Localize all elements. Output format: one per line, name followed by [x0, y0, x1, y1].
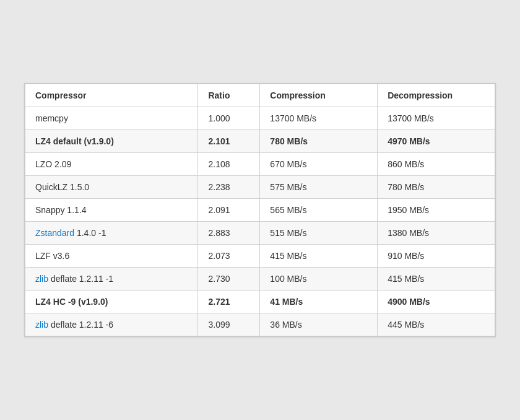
- cell-compressor: Snappy 1.1.4: [25, 199, 198, 222]
- cell-decompression: 1380 MB/s: [378, 222, 495, 245]
- compressor-link[interactable]: zlib: [35, 320, 48, 330]
- cell-ratio: 2.883: [198, 222, 260, 245]
- table-row: LZO 2.092.108670 MB/s860 MB/s: [25, 153, 495, 176]
- cell-ratio: 2.073: [198, 245, 260, 268]
- cell-ratio: 2.101: [198, 130, 260, 153]
- cell-compression: 515 MB/s: [260, 222, 378, 245]
- cell-compressor: LZ4 default (v1.9.0): [25, 130, 198, 153]
- cell-compression: 575 MB/s: [260, 176, 378, 199]
- cell-ratio: 2.108: [198, 153, 260, 176]
- cell-ratio: 2.238: [198, 176, 260, 199]
- cell-compression: 780 MB/s: [260, 130, 378, 153]
- table-container: Compressor Ratio Compression Decompressi…: [24, 83, 496, 337]
- benchmark-table: Compressor Ratio Compression Decompressi…: [25, 84, 495, 336]
- header-compression: Compression: [260, 84, 378, 107]
- cell-compression: 100 MB/s: [260, 268, 378, 291]
- header-row: Compressor Ratio Compression Decompressi…: [25, 84, 495, 107]
- compressor-link[interactable]: Zstandard: [35, 228, 74, 238]
- table-row: zlib deflate 1.2.11 -63.09936 MB/s445 MB…: [25, 313, 495, 336]
- cell-decompression: 4900 MB/s: [378, 291, 495, 313]
- cell-compressor: zlib deflate 1.2.11 -1: [25, 268, 198, 291]
- cell-decompression: 780 MB/s: [378, 176, 495, 199]
- cell-ratio: 1.000: [198, 107, 260, 130]
- cell-ratio: 2.730: [198, 268, 260, 291]
- cell-compression: 415 MB/s: [260, 245, 378, 268]
- cell-compression: 13700 MB/s: [260, 107, 378, 130]
- cell-compressor: LZF v3.6: [25, 245, 198, 268]
- cell-compressor: LZO 2.09: [25, 153, 198, 176]
- cell-decompression: 1950 MB/s: [378, 199, 495, 222]
- table-row: Zstandard 1.4.0 -12.883515 MB/s1380 MB/s: [25, 222, 495, 245]
- cell-compressor: QuickLZ 1.5.0: [25, 176, 198, 199]
- table-body: memcpy1.00013700 MB/s13700 MB/sLZ4 defau…: [25, 107, 495, 336]
- cell-decompression: 445 MB/s: [378, 313, 495, 336]
- header-compressor: Compressor: [25, 84, 198, 107]
- table-row: QuickLZ 1.5.02.238575 MB/s780 MB/s: [25, 176, 495, 199]
- cell-compression: 36 MB/s: [260, 313, 378, 336]
- cell-ratio: 3.099: [198, 313, 260, 336]
- table-row: LZF v3.62.073415 MB/s910 MB/s: [25, 245, 495, 268]
- header-ratio: Ratio: [198, 84, 260, 107]
- cell-compression: 565 MB/s: [260, 199, 378, 222]
- cell-compressor: zlib deflate 1.2.11 -6: [25, 313, 198, 336]
- cell-ratio: 2.091: [198, 199, 260, 222]
- table-row: LZ4 default (v1.9.0)2.101780 MB/s4970 MB…: [25, 130, 495, 153]
- cell-compression: 670 MB/s: [260, 153, 378, 176]
- cell-compressor: Zstandard 1.4.0 -1: [25, 222, 198, 245]
- table-row: memcpy1.00013700 MB/s13700 MB/s: [25, 107, 495, 130]
- compressor-link[interactable]: zlib: [35, 274, 48, 284]
- table-row: Snappy 1.1.42.091565 MB/s1950 MB/s: [25, 199, 495, 222]
- cell-compressor: LZ4 HC -9 (v1.9.0): [25, 291, 198, 313]
- cell-compression: 41 MB/s: [260, 291, 378, 313]
- cell-decompression: 415 MB/s: [378, 268, 495, 291]
- cell-compressor: memcpy: [25, 107, 198, 130]
- cell-decompression: 13700 MB/s: [378, 107, 495, 130]
- table-row: LZ4 HC -9 (v1.9.0)2.72141 MB/s4900 MB/s: [25, 291, 495, 313]
- cell-decompression: 910 MB/s: [378, 245, 495, 268]
- header-decompression: Decompression: [378, 84, 495, 107]
- table-row: zlib deflate 1.2.11 -12.730100 MB/s415 M…: [25, 268, 495, 291]
- cell-decompression: 860 MB/s: [378, 153, 495, 176]
- cell-ratio: 2.721: [198, 291, 260, 313]
- cell-decompression: 4970 MB/s: [378, 130, 495, 153]
